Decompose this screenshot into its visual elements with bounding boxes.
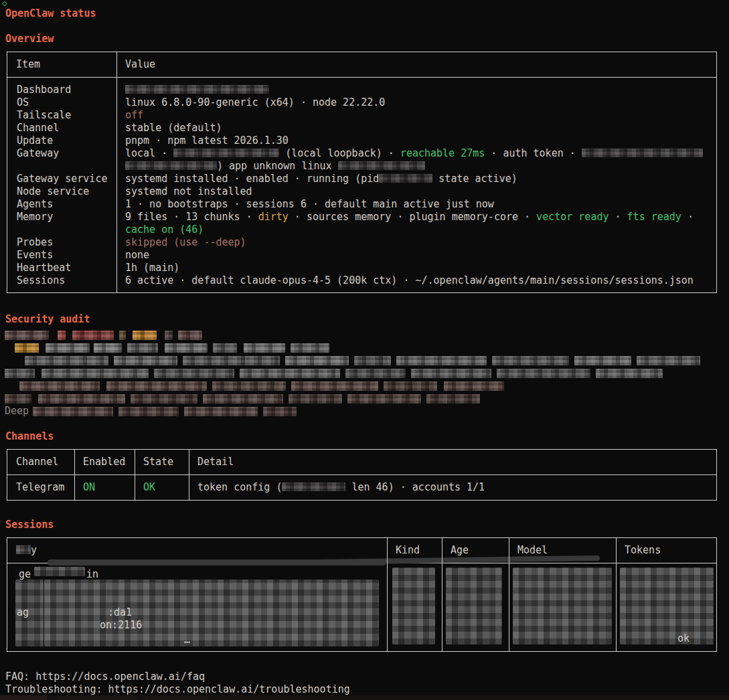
channels-col-state: State: [135, 456, 189, 468]
session-text-fragment: on:2116: [100, 619, 142, 632]
redacted-text: [637, 356, 700, 365]
overview-table-header: Item Value: [7, 52, 716, 78]
redacted-text: [5, 394, 31, 404]
overview-value: off: [116, 109, 716, 122]
redacted-text: [411, 369, 491, 378]
redacted-text: [16, 545, 31, 554]
value-text: systemd not installed: [125, 185, 252, 197]
value-text: state active): [432, 173, 517, 185]
session-text-fragment: ok: [677, 632, 690, 645]
value-text: dirty: [258, 211, 289, 223]
redacted-text: [118, 407, 179, 416]
security-audit-heading: Security audit: [5, 313, 729, 326]
redacted-text: [282, 483, 345, 491]
channels-table-body: TelegramONOKtoken config ( len 46) · acc…: [7, 475, 716, 500]
value-text: skipped (use --deep): [125, 236, 246, 248]
redacted-block: [44, 580, 379, 646]
redacted-block: [446, 567, 502, 644]
overview-value: 1 · no bootstraps · sessions 6 · default…: [116, 198, 716, 211]
table-row: Gatewaylocal · (local loopback) · reacha…: [7, 147, 716, 173]
table-row: Eventsnone: [7, 249, 716, 262]
value-text: ·: [609, 211, 627, 223]
sessions-heading: Sessions: [5, 519, 729, 531]
troubleshooting-label: Troubleshooting:: [5, 683, 108, 695]
overview-value: pnpm · npm latest 2026.1.30: [116, 135, 716, 147]
channels-table: Channel Enabled State Detail TelegramONO…: [7, 449, 717, 501]
overview-value-line: linux 6.8.0-90-generic (x64) · node 22.2…: [125, 96, 716, 109]
value-text: · sources memory · plugin memory-core ·: [289, 211, 536, 223]
redacted-text: [165, 331, 173, 340]
redacted-text: [114, 356, 177, 365]
overview-value-line: skipped (use --deep): [125, 236, 716, 249]
redacted-text: [345, 369, 406, 378]
overview-value: local · (local loopback) · reachable 27m…: [116, 147, 716, 173]
redacted-text: [33, 407, 113, 416]
overview-value-line: off: [125, 109, 716, 122]
redacted-text: [289, 394, 342, 404]
channels-col-detail: Detail: [189, 456, 716, 468]
spinner-icon: ◇: [2, 0, 7, 9]
redacted-text: [133, 331, 157, 340]
overview-item-label: Tailscale: [7, 109, 116, 122]
sessions-body-kind-cell: [387, 563, 442, 651]
sessions-table-body: geinag:da1on:2116… ok: [7, 563, 716, 651]
table-row: Memory9 files · 13 chunks · dirty · sour…: [7, 211, 716, 236]
channel-enabled-status: ON: [74, 481, 135, 494]
redacted-text: [426, 394, 480, 404]
overview-item-label: Sessions: [7, 274, 116, 287]
overview-item-label: OS: [7, 96, 116, 109]
faq-link[interactable]: https://docs.openclaw.ai/faq: [35, 671, 205, 683]
redacted-text: [574, 356, 631, 365]
overview-item-label: Events: [7, 249, 116, 262]
redacted-text: [596, 369, 663, 378]
overview-heading: Overview: [5, 33, 729, 46]
value-text: 1 · no bootstraps · sessions 6 · default…: [125, 198, 494, 210]
overview-item-label: Probes: [7, 236, 116, 249]
channels-table-header: Channel Enabled State Detail: [7, 450, 716, 475]
redacted-text: [492, 356, 569, 365]
overview-value: linux 6.8.0-90-generic (x64) · node 22.2…: [116, 96, 716, 109]
channels-heading: Channels: [5, 430, 729, 443]
session-text-fragment: ge: [19, 568, 31, 581]
redacted-text: [19, 381, 100, 391]
faq-label: FAQ:: [5, 671, 35, 683]
column-divider: [116, 52, 117, 292]
security-redacted-row: [5, 367, 729, 379]
redacted-text: [5, 369, 35, 378]
bottom-strip-patch: [217, 695, 304, 700]
overview-value: 6 active · default claude-opus-4-5 (200k…: [116, 274, 716, 287]
redacted-text: [119, 331, 126, 340]
overview-col-value: Value: [116, 58, 716, 71]
overview-item-label: Memory: [7, 211, 116, 236]
redacted-text: [291, 343, 329, 353]
overview-item-label: Gateway: [7, 147, 116, 173]
channel-name: Telegram: [7, 481, 74, 494]
overview-value-line: [125, 84, 716, 96]
security-redacted-row: [5, 354, 729, 367]
overview-value-line: cache on (46): [125, 224, 716, 236]
faq-line: FAQ: https://docs.openclaw.ai/faq: [5, 671, 729, 683]
redacted-text: [46, 343, 90, 353]
redacted-text: [125, 161, 217, 170]
troubleshooting-link[interactable]: https://docs.openclaw.ai/troubleshooting: [108, 683, 350, 695]
security-redacted-row: [5, 329, 729, 341]
overview-item-label: Dashboard: [7, 84, 116, 96]
value-text: pnpm · npm latest 2026.1.30: [125, 135, 289, 147]
redacted-text: [203, 394, 283, 404]
redacted-text: [183, 356, 280, 365]
redacted-text: [131, 394, 197, 404]
security-row-fragment: Deep: [5, 405, 29, 417]
overview-value-line: 1h (main): [125, 262, 716, 274]
redacted-block: [392, 567, 435, 644]
table-row: Channelstable (default): [7, 122, 716, 135]
session-text-fragment: :da1: [108, 606, 132, 619]
redacted-text: [213, 343, 237, 353]
redacted-text: [106, 381, 207, 391]
overview-value-line: stable (default): [125, 122, 716, 135]
overview-value: 1h (main): [116, 262, 716, 274]
overview-value-line: ) app unknown linux: [125, 160, 716, 173]
value-text: cache on (46): [125, 224, 204, 236]
column-divider: [387, 538, 388, 651]
sessions-col-tokens: Tokens: [616, 544, 716, 557]
redacted-text: [165, 343, 208, 353]
